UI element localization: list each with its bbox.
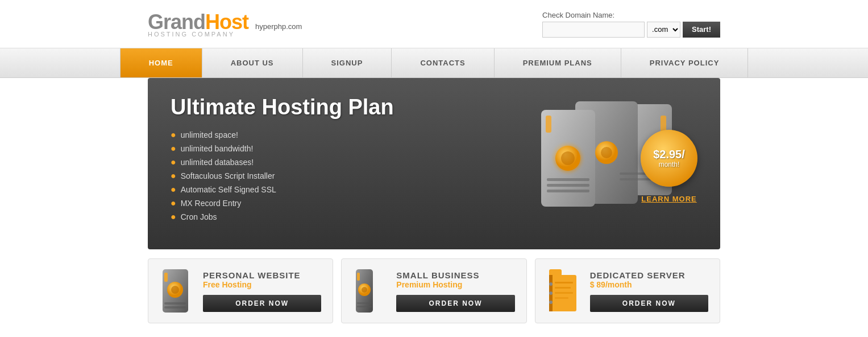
- order-now-dedicated[interactable]: ORDER NOW: [590, 295, 708, 312]
- card-dedicated: DEDICATED SERVER $ 89/month ORDER NOW: [535, 258, 720, 323]
- card-business: SMALL BUSINESS Premium Hosting ORDER NOW: [341, 258, 526, 323]
- bullet-icon: ●: [171, 184, 176, 195]
- hosting-cards: PERSONAL WEBSITE Free Hosting ORDER NOW: [148, 258, 720, 335]
- nav-item-privacy[interactable]: PRIVACY POLICY: [621, 48, 749, 77]
- hero-title: Ultimate Hosting Plan: [171, 95, 607, 120]
- nav-item-premium[interactable]: PREMIUM PLANS: [495, 48, 621, 77]
- domain-select[interactable]: .com .net .org .info .biz: [647, 22, 680, 38]
- domain-check-row: .com .net .org .info .biz Start!: [542, 22, 720, 38]
- svg-rect-33: [555, 287, 571, 289]
- hero-banner: Ultimate Hosting Plan ●unlimited space! …: [148, 78, 720, 249]
- header: GrandHost HOSTING COMPANY hyperphp.com C…: [0, 0, 868, 48]
- domain-check-area: Check Domain Name: .com .net .org .info …: [542, 11, 720, 38]
- card-info-dedicated: DEDICATED SERVER $ 89/month ORDER NOW: [590, 270, 708, 312]
- svg-point-31: [549, 301, 553, 304]
- navigation: HOME ABOUT US SIGNUP CONTACTS PREMIUM PL…: [0, 48, 868, 78]
- feature-3: ●unlimited databases!: [171, 157, 607, 167]
- bullet-icon: ●: [171, 130, 176, 140]
- card-personal: PERSONAL WEBSITE Free Hosting ORDER NOW: [148, 258, 333, 323]
- learn-more-link[interactable]: LEARN MORE: [641, 195, 696, 203]
- price-circle: $2.95/ month!: [641, 130, 697, 187]
- hero-price-area: $2.95/ month! LEARN MORE: [641, 124, 697, 203]
- svg-rect-34: [555, 292, 573, 294]
- card-title-business: SMALL BUSINESS: [396, 270, 514, 280]
- slim-server-icon: [353, 268, 376, 314]
- logo: GrandHost HOSTING COMPANY: [148, 10, 248, 38]
- card-subtitle-business: Premium Hosting: [396, 280, 514, 289]
- nav-item-home[interactable]: HOME: [120, 48, 202, 77]
- svg-rect-24: [357, 306, 372, 307]
- card-title-dedicated: DEDICATED SERVER: [590, 270, 708, 280]
- card-icon-dedicated: [547, 268, 581, 314]
- feature-5: ●Automatic Self Signed SSL: [171, 184, 607, 195]
- folder-icon: [547, 268, 578, 314]
- logo-area: GrandHost HOSTING COMPANY hyperphp.com: [148, 10, 302, 38]
- nav-item-about[interactable]: ABOUT US: [202, 48, 303, 77]
- card-info-personal: PERSONAL WEBSITE Free Hosting ORDER NOW: [203, 270, 321, 312]
- server-icon: [160, 268, 191, 314]
- svg-point-29: [549, 282, 553, 286]
- bullet-icon: ●: [171, 212, 176, 222]
- price-badge: $2.95/ month!: [641, 130, 697, 187]
- svg-rect-35: [555, 297, 568, 299]
- order-now-business[interactable]: ORDER NOW: [396, 295, 514, 312]
- svg-point-30: [549, 291, 553, 295]
- svg-rect-23: [357, 302, 372, 304]
- domain-check-label: Check Domain Name:: [542, 11, 614, 19]
- svg-rect-19: [164, 273, 168, 282]
- svg-rect-25: [357, 273, 360, 281]
- feature-6: ●MX Record Entry: [171, 198, 607, 208]
- bullet-icon: ●: [171, 171, 176, 181]
- bullet-icon: ●: [171, 198, 176, 208]
- domain-input[interactable]: [542, 22, 645, 38]
- logo-domain: hyperphp.com: [255, 22, 302, 31]
- card-icon-personal: [160, 268, 194, 314]
- card-info-business: SMALL BUSINESS Premium Hosting ORDER NOW: [396, 270, 514, 312]
- feature-4: ●Softaculous Script Installer: [171, 171, 607, 181]
- price-amount: $2.95/: [653, 148, 685, 161]
- card-subtitle-dedicated: $ 89/month: [590, 280, 708, 289]
- feature-2: ●unlimited bandwidth!: [171, 143, 607, 154]
- card-subtitle-personal: Free Hosting: [203, 280, 321, 289]
- feature-1: ●unlimited space!: [171, 130, 607, 140]
- svg-rect-17: [164, 302, 186, 305]
- card-title-personal: PERSONAL WEBSITE: [203, 270, 321, 280]
- nav-item-contacts[interactable]: CONTACTS: [392, 48, 494, 77]
- feature-7: ●Cron Jobs: [171, 212, 607, 222]
- bullet-icon: ●: [171, 157, 176, 167]
- svg-point-16: [171, 286, 179, 294]
- svg-rect-32: [555, 282, 573, 283]
- card-icon-business: [353, 268, 387, 314]
- order-now-personal[interactable]: ORDER NOW: [203, 295, 321, 312]
- logo-sub: HOSTING COMPANY: [148, 31, 248, 38]
- svg-point-22: [362, 287, 367, 293]
- hero-features: ●unlimited space! ●unlimited bandwidth! …: [171, 130, 607, 222]
- hero-content: Ultimate Hosting Plan ●unlimited space! …: [171, 95, 607, 232]
- price-sub: month!: [659, 161, 680, 168]
- bullet-icon: ●: [171, 143, 176, 154]
- nav-item-signup[interactable]: SIGNUP: [303, 48, 392, 77]
- svg-rect-18: [164, 306, 186, 309]
- start-button[interactable]: Start!: [683, 22, 720, 38]
